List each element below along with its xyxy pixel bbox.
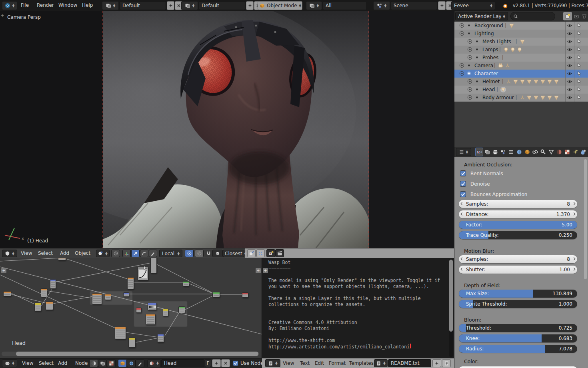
shader-node[interactable] [127,277,134,289]
workspace2-icon-button[interactable]: ▲▼ [181,1,198,10]
shader-type-imgs-button[interactable] [98,359,107,367]
tool-movearrow-button[interactable] [131,250,140,257]
checkbox-denoise[interactable] [460,181,466,187]
shader-node[interactable] [128,338,136,348]
node-datablock-field[interactable]: Head [161,359,204,367]
mode-orb-button[interactable]: ▲▼ [96,250,110,257]
slider-arrow-right[interactable] [572,256,577,262]
slider-arrow-right[interactable] [572,201,577,207]
orientation-dropdown[interactable]: Local▲▼ [159,250,182,257]
cursor-wrap[interactable] [576,55,582,60]
shader-node[interactable] [3,291,11,296]
cursor-wrap[interactable] [576,71,582,76]
property-slider-radius[interactable]: Radius:7.078 [459,345,577,353]
shader-context-annotate-button[interactable] [136,359,144,367]
tool-curvetool-button[interactable] [140,250,148,257]
properties-tab-sphere[interactable] [555,148,563,156]
viewport-menu-select[interactable]: Select [38,250,53,256]
region-plus-left[interactable]: + [1,268,6,273]
outliner-row-camera[interactable]: Camera| [454,62,588,70]
slider-arrow-right[interactable] [572,212,577,217]
text-menu-format[interactable]: Format [329,360,346,366]
outliner-filter-button[interactable] [580,12,588,20]
plus-circle-wrap[interactable] [459,63,464,68]
text-menu-text[interactable]: Text [300,360,310,366]
snap-target-button[interactable] [212,250,223,257]
properties-tab-images[interactable] [483,148,491,156]
shader-context-tab-cube-button[interactable] [118,359,127,367]
blender-app-menu[interactable]: ▲▼ [2,1,17,10]
outliner-row-lighting[interactable]: Lighting [454,30,588,38]
properties-tab-checker[interactable] [563,148,571,156]
topbar-menu-window[interactable]: Window [58,2,77,8]
text-new-button[interactable] [432,359,441,367]
shader-node[interactable] [178,306,185,313]
property-slider-spritethreshold[interactable]: Sprite Threshold:1.000 [459,300,577,308]
eye-wrap[interactable] [567,47,572,52]
text-datablock-field[interactable]: README.txt [388,359,431,367]
checkbox-bent-normals[interactable] [460,170,466,176]
text-menu-edit[interactable]: Edit [315,360,324,366]
shader-context-globe-sm-button[interactable] [127,359,136,367]
viewport-editor-type-button[interactable]: ▲▼ [2,250,17,257]
color-swatch[interactable] [459,366,577,368]
engine-dropdown[interactable]: Eevee▲▼ [451,1,495,10]
properties-tab-cube[interactable] [523,148,531,156]
display-filter-icon-button[interactable]: ▲▼ [306,1,322,10]
outliner-row-helmet[interactable]: Helmet| [454,78,588,86]
tool-annotate-button[interactable] [149,250,157,257]
property-slider-samples[interactable]: Samples:8 [459,255,577,263]
shader-node[interactable] [50,279,56,289]
workspace1-field[interactable]: Default [120,1,166,10]
eye-wrap[interactable] [567,79,572,84]
object-mode-dropdown[interactable]: Object Mode▲▼ [258,1,302,10]
cursor-wrap[interactable] [576,63,582,68]
checkbox-bounces-approximation[interactable] [460,191,466,197]
properties-tab-globe[interactable] [515,148,523,156]
workspace1-icon-button[interactable]: ▲▼ [102,1,119,10]
plus-circle-wrap[interactable] [467,55,472,60]
properties-tab-spark[interactable] [571,148,579,156]
eye-wrap[interactable] [567,87,572,92]
node-menu-view[interactable]: View [22,360,33,366]
shader-node[interactable] [148,303,157,310]
outliner-row-lamps[interactable]: Lamps| [454,46,588,54]
text-datablock-icon-button[interactable]: ▲▼ [374,359,388,367]
slider-arrow-left[interactable] [459,212,464,217]
slider-arrow-left[interactable] [459,201,464,207]
shader-node[interactable] [183,281,189,286]
minus-circle-wrap[interactable] [459,71,464,76]
properties-tab-tri[interactable] [547,148,555,156]
corner-plus[interactable]: + [1,14,5,18]
node-unlink-button[interactable] [221,359,230,367]
scene-icon-button[interactable]: ▲▼ [373,1,390,10]
tool-axis-button[interactable] [122,250,131,257]
node-menu-node[interactable]: Node [75,360,88,366]
text-editor[interactable]: Wasp Bot======== The model is using "Onl… [262,258,454,358]
fake-user-button[interactable]: F [205,359,211,367]
shader-node[interactable] [34,303,41,311]
snap-mode-dropdown[interactable]: Closest▲▼ [223,250,244,257]
shader-type-matball-button[interactable] [89,359,98,367]
property-slider-samples[interactable]: Samples:8 [459,200,577,208]
proportional-edit-button[interactable] [185,250,194,257]
node-editor-type-button[interactable]: ▲▼ [2,359,17,367]
properties-tab-camera[interactable] [475,148,483,156]
text-menu-view[interactable]: View [283,360,294,366]
cursor-wrap[interactable] [576,23,582,28]
shader-node[interactable] [212,292,220,297]
display-filter-field[interactable]: All [323,1,367,10]
plus-circle-wrap[interactable] [467,47,472,52]
eye-wrap[interactable] [567,63,572,68]
properties-tab-wrench[interactable] [539,148,547,156]
plus-circle-wrap[interactable] [459,23,464,28]
gizmos-toggle-button[interactable] [256,249,265,257]
eye-wrap[interactable] [567,55,572,60]
add-scene-button[interactable] [438,1,446,10]
outliner-row-background[interactable]: Background| [454,22,588,30]
properties-tab-dots[interactable] [499,148,507,156]
properties-editor-type-button[interactable]: ▲▼ [456,148,471,156]
cursor-wrap[interactable] [576,39,582,44]
node-menu-add[interactable]: Add [58,360,67,366]
shader-node[interactable] [146,314,156,325]
